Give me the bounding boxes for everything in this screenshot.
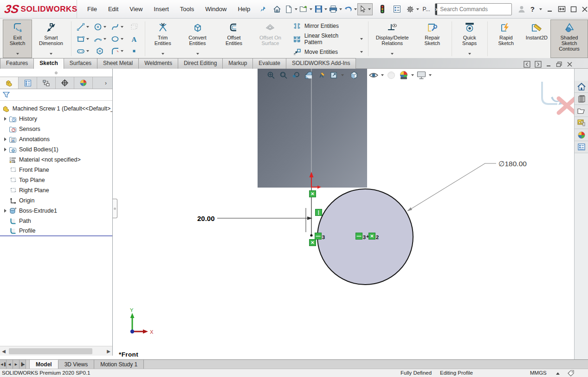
- save-icon[interactable]: [313, 4, 324, 15]
- first-tab-icon[interactable]: ◀▐: [0, 360, 6, 369]
- scrollbar-thumb[interactable]: [9, 348, 92, 354]
- vertical-relation-icon[interactable]: |: [315, 209, 322, 216]
- expand-icon[interactable]: [4, 209, 6, 213]
- tab-evaluate[interactable]: Evaluate: [252, 58, 286, 69]
- search-input[interactable]: [437, 6, 512, 13]
- edit-appearance-dropdown[interactable]: [411, 74, 414, 76]
- hide-show-dropdown[interactable]: [381, 74, 384, 76]
- tree-item-origin[interactable]: Origin: [0, 195, 112, 206]
- panel-tabs-overflow[interactable]: ›: [99, 77, 112, 89]
- performance-pipeline-icon[interactable]: [377, 4, 388, 15]
- tree-item-annotations[interactable]: A Annotations: [0, 134, 112, 144]
- previous-document-icon[interactable]: [523, 61, 530, 68]
- doc-close-icon[interactable]: [567, 61, 573, 67]
- ellipse-tool[interactable]: [108, 33, 125, 45]
- select-tool[interactable]: [357, 3, 373, 15]
- expand-icon[interactable]: [4, 117, 6, 121]
- exit-sketch-button[interactable]: Exit Sketch: [3, 20, 32, 58]
- more-commands-label[interactable]: P...: [422, 6, 430, 13]
- featuremanager-tab[interactable]: [0, 77, 19, 89]
- exit-sketch-dropdown[interactable]: [16, 53, 19, 57]
- menu-help[interactable]: Help: [232, 4, 256, 14]
- print-icon[interactable]: [328, 4, 339, 15]
- tree-item-right-plane[interactable]: Right Plane: [0, 185, 112, 195]
- new-document-dropdown[interactable]: [295, 8, 297, 10]
- panel-splitter[interactable]: [0, 69, 112, 77]
- tree-item-history[interactable]: History: [0, 114, 112, 124]
- user-account-icon[interactable]: [517, 5, 526, 13]
- scroll-right-icon[interactable]: ▶: [105, 349, 112, 354]
- quick-snaps-dropdown[interactable]: [468, 53, 471, 57]
- dock-window-icon[interactable]: [558, 6, 566, 13]
- help-dropdown[interactable]: [539, 8, 542, 10]
- tree-root[interactable]: Machined Screw 1 (Default<<Default>_: [0, 104, 112, 114]
- zoom-to-fit-icon[interactable]: [266, 70, 276, 80]
- tab-sheet-metal[interactable]: Sheet Metal: [97, 58, 139, 69]
- fillet-dropdown[interactable]: [121, 50, 123, 52]
- custom-properties-button[interactable]: [575, 141, 588, 153]
- pin-menu-icon[interactable]: [258, 4, 268, 15]
- undo-icon[interactable]: [342, 4, 354, 15]
- coincident-relation-icon[interactable]: ✕: [368, 233, 375, 240]
- tab-weldments[interactable]: Weldments: [138, 58, 178, 69]
- view-settings-icon[interactable]: [416, 70, 426, 80]
- sketch-fillet-tool[interactable]: [108, 45, 125, 57]
- save-dropdown[interactable]: [324, 8, 327, 10]
- 3d-views-tab[interactable]: 3D Views: [58, 360, 94, 369]
- propertymanager-tab[interactable]: [19, 77, 37, 89]
- display-delete-dropdown[interactable]: [391, 53, 394, 57]
- close-icon[interactable]: [582, 6, 588, 13]
- graphics-viewport[interactable]: 20.00 ∅180.00 Y X A: [113, 69, 574, 360]
- help-icon[interactable]: ?: [530, 5, 535, 13]
- new-document-icon[interactable]: [283, 4, 294, 15]
- view-settings-dropdown[interactable]: [429, 74, 432, 76]
- tab-direct-editing[interactable]: Direct Editing: [178, 58, 223, 69]
- smart-dimension-button[interactable]: Smart Dimension: [32, 20, 70, 58]
- tab-solidworks-addins[interactable]: SOLIDWORKS Add-Ins: [286, 58, 356, 69]
- undo-dropdown[interactable]: [354, 8, 357, 10]
- slot-dropdown[interactable]: [86, 50, 89, 52]
- taskpane-home-button[interactable]: [575, 81, 588, 93]
- circle-tool[interactable]: [91, 21, 108, 33]
- tab-surfaces[interactable]: Surfaces: [64, 58, 97, 69]
- rectangle-dropdown[interactable]: [86, 38, 89, 40]
- annotation-views-icon[interactable]: A: [316, 70, 326, 80]
- line-tool[interactable]: [74, 21, 91, 33]
- offset-entities-button[interactable]: Offset Entities: [216, 20, 252, 58]
- offset-on-surface-button[interactable]: Offset On Surface: [252, 20, 289, 58]
- tags-icon[interactable]: [567, 370, 575, 377]
- menu-window[interactable]: Window: [200, 4, 232, 14]
- trim-dropdown[interactable]: [162, 53, 164, 57]
- smart-dimension-dropdown[interactable]: [50, 53, 52, 57]
- panel-collapse-handle[interactable]: [113, 199, 117, 218]
- maximize-icon[interactable]: [570, 6, 577, 13]
- next-tab-icon[interactable]: ▶: [13, 360, 19, 369]
- file-explorer-button[interactable]: [575, 105, 588, 117]
- last-tab-icon[interactable]: ▐▶: [19, 360, 26, 369]
- point-tool[interactable]: [125, 45, 142, 57]
- doc-restore-icon[interactable]: [556, 61, 562, 67]
- prev-tab-icon[interactable]: ◀: [6, 360, 13, 369]
- select-dropdown[interactable]: [368, 8, 371, 10]
- arc-dropdown[interactable]: [103, 38, 106, 40]
- 3d-box-tool[interactable]: [125, 21, 142, 33]
- motion-study-tab[interactable]: Motion Study 1: [94, 360, 144, 369]
- settings-dropdown[interactable]: [416, 8, 419, 10]
- spline-dropdown[interactable]: [121, 26, 123, 28]
- line-dropdown[interactable]: [86, 26, 89, 28]
- tree-item-profile[interactable]: Profile: [0, 226, 112, 236]
- expand-icon[interactable]: [4, 137, 6, 141]
- mirror-entities-button[interactable]: Mirror Entities: [293, 22, 363, 30]
- section-view-icon[interactable]: [304, 70, 314, 80]
- doc-minimize-icon[interactable]: [546, 61, 552, 67]
- model-tab[interactable]: Model: [30, 360, 58, 369]
- view-orientation-dropdown[interactable]: [341, 74, 344, 76]
- convert-dropdown[interactable]: [196, 53, 199, 57]
- expand-icon[interactable]: [4, 148, 6, 151]
- design-library-button[interactable]: [575, 93, 588, 105]
- move-entities-dropdown[interactable]: [360, 51, 363, 53]
- print-dropdown[interactable]: [339, 8, 342, 10]
- move-entities-button[interactable]: Move Entities: [293, 48, 363, 56]
- open-document-dropdown[interactable]: [310, 8, 312, 10]
- polygon-tool[interactable]: [91, 45, 108, 57]
